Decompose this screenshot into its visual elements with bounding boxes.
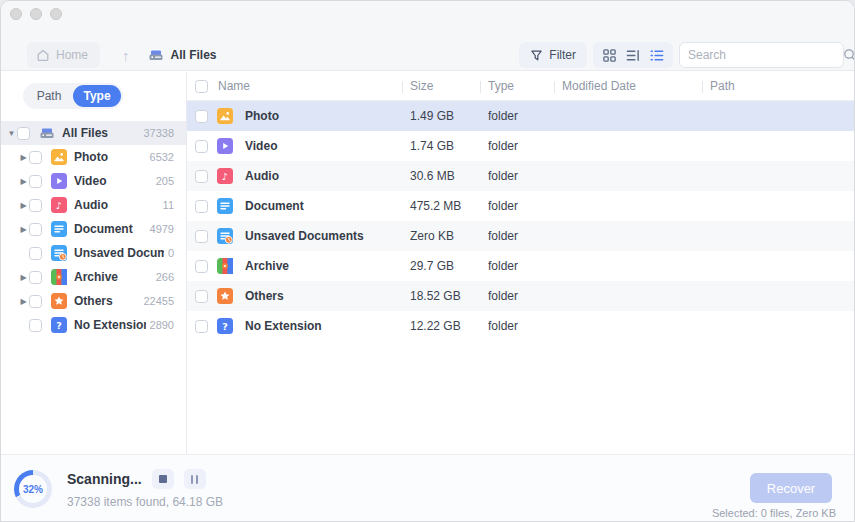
row-checkbox[interactable] [195, 110, 208, 123]
table-row[interactable]: Video1.74 GBfolder [187, 131, 854, 161]
bullet-list-view-icon[interactable] [647, 45, 667, 65]
scan-found-summary: 37338 items found, 64.18 GB [67, 495, 223, 509]
minimize-window-icon[interactable] [30, 8, 42, 20]
select-all-checkbox[interactable] [195, 80, 208, 93]
archive-icon [217, 258, 233, 274]
close-window-icon[interactable] [10, 8, 22, 20]
tree-item-no-extension[interactable]: ?No Extension2890 [1, 313, 186, 337]
row-name-cell: ♪Audio [187, 168, 402, 184]
row-checkbox[interactable] [195, 230, 208, 243]
tree-item-count: 266 [156, 271, 174, 283]
table-row[interactable]: Unsaved DocumentsZero KBfolder [187, 221, 854, 251]
table-row[interactable]: ♪Audio30.6 MBfolder [187, 161, 854, 191]
row-checkbox[interactable] [195, 200, 208, 213]
chevron-right-icon[interactable]: ▶ [18, 201, 29, 210]
detail-list-view-icon[interactable] [623, 45, 643, 65]
breadcrumb[interactable]: All Files [148, 47, 217, 63]
chevron-right-icon[interactable]: ▶ [18, 297, 29, 306]
row-size-cell: 1.74 GB [402, 139, 480, 153]
row-type-cell: folder [480, 259, 554, 273]
grid-view-icon[interactable] [599, 45, 619, 65]
home-label: Home [56, 48, 88, 62]
table-row[interactable]: ?No Extension12.22 GBfolder [187, 311, 854, 341]
search-icon[interactable] [843, 48, 855, 62]
row-name-label: Unsaved Documents [245, 229, 364, 243]
row-checkbox[interactable] [195, 140, 208, 153]
tree-item-others[interactable]: ▶Others22455 [1, 289, 186, 313]
document-icon [51, 221, 67, 237]
toolbar: Home ↑ All Files Filter [1, 39, 854, 71]
column-header-path[interactable]: Path [702, 72, 854, 100]
recover-button[interactable]: Recover [750, 473, 832, 503]
tree-checkbox[interactable] [29, 247, 42, 260]
tree-checkbox[interactable] [29, 295, 42, 308]
row-size-cell: 12.22 GB [402, 319, 480, 333]
video-icon [217, 138, 233, 154]
chevron-right-icon[interactable]: ▶ [18, 273, 29, 282]
tree-checkbox[interactable] [29, 175, 42, 188]
window-chrome: Home ↑ All Files Filter [1, 1, 854, 71]
row-name-label: Document [245, 199, 304, 213]
scan-progress-ring: 32% [14, 470, 52, 508]
tree-item-audio[interactable]: ▶♪Audio11 [1, 193, 186, 217]
tree-checkbox[interactable] [29, 223, 42, 236]
tab-type[interactable]: Type [73, 85, 121, 107]
row-checkbox[interactable] [195, 320, 208, 333]
chevron-right-icon[interactable]: ▶ [18, 225, 29, 234]
tree-checkbox[interactable] [29, 271, 42, 284]
table-row[interactable]: Photo1.49 GBfolder [187, 101, 854, 131]
search-box [679, 42, 844, 68]
tree-item-count: 22455 [143, 295, 174, 307]
row-name-label: Archive [245, 259, 289, 273]
column-header-type[interactable]: Type [480, 72, 554, 100]
filter-button[interactable]: Filter [519, 42, 587, 68]
table-row[interactable]: Others18.52 GBfolder [187, 281, 854, 311]
tree-item-label: Unsaved Docume... [74, 246, 164, 260]
row-name-label: No Extension [245, 319, 322, 333]
row-size-cell: 18.52 GB [402, 289, 480, 303]
content-area: Path Type ▼All Files37338▶Photo6532▶Vide… [1, 72, 854, 454]
photo-icon [217, 108, 233, 124]
table-row[interactable]: Document475.2 MBfolder [187, 191, 854, 221]
navigate-up-button[interactable]: ↑ [122, 47, 130, 64]
svg-text:?: ? [222, 321, 228, 332]
row-name-cell: Others [187, 288, 402, 304]
chevron-right-icon[interactable]: ▶ [18, 153, 29, 162]
tree-item-video[interactable]: ▶Video205 [1, 169, 186, 193]
row-checkbox[interactable] [195, 170, 208, 183]
row-type-cell: folder [480, 109, 554, 123]
chevron-right-icon[interactable]: ▶ [18, 177, 29, 186]
tree-checkbox[interactable] [29, 319, 42, 332]
tree-item-document[interactable]: ▶Document4979 [1, 217, 186, 241]
home-button[interactable]: Home [27, 42, 100, 68]
zoom-window-icon[interactable] [50, 8, 62, 20]
others-icon [217, 288, 233, 304]
pause-scan-button[interactable] [184, 469, 206, 489]
table-row[interactable]: Archive29.7 GBfolder [187, 251, 854, 281]
chevron-down-icon[interactable]: ▼ [6, 129, 17, 138]
row-size-cell: Zero KB [402, 229, 480, 243]
tree-checkbox[interactable] [17, 127, 30, 140]
row-name-label: Audio [245, 169, 279, 183]
column-header-modified-date[interactable]: Modified Date [554, 72, 702, 100]
tree-item-archive[interactable]: ▶Archive266 [1, 265, 186, 289]
no-extension-icon: ? [51, 317, 67, 333]
row-checkbox[interactable] [195, 260, 208, 273]
row-name-cell: Photo [187, 108, 402, 124]
table-body: Photo1.49 GBfolderVideo1.74 GBfolder♪Aud… [187, 101, 854, 341]
tree-checkbox[interactable] [29, 199, 42, 212]
column-header-name[interactable]: Name [187, 72, 402, 100]
tree-item-photo[interactable]: ▶Photo6532 [1, 145, 186, 169]
app-window: Home ↑ All Files Filter [0, 0, 855, 522]
column-header-size[interactable]: Size [402, 72, 480, 100]
stop-scan-button[interactable] [152, 469, 174, 489]
row-checkbox[interactable] [195, 290, 208, 303]
tree-item-label: Others [74, 294, 139, 308]
tree-item-all-files[interactable]: ▼All Files37338 [1, 121, 186, 145]
tree-checkbox[interactable] [29, 151, 42, 164]
tab-path[interactable]: Path [25, 85, 73, 107]
search-input[interactable] [688, 48, 843, 62]
tree-item-count: 2890 [150, 319, 174, 331]
tree-item-unsaved-docume[interactable]: Unsaved Docume...0 [1, 241, 186, 265]
others-icon [51, 293, 67, 309]
